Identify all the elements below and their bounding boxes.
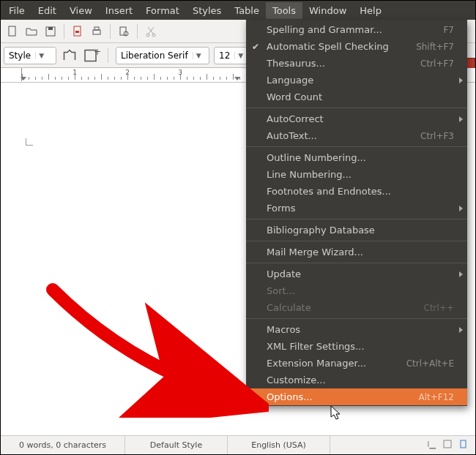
menu-item-label: Mail Merge Wizard... — [267, 247, 454, 257]
menubar-item-window[interactable]: Window — [302, 2, 353, 19]
menubar-item-help[interactable]: Help — [353, 2, 388, 19]
menu-item-label: Word Count — [267, 91, 454, 102]
menu-item-calculate: CalculateCtrl++ — [246, 299, 467, 316]
submenu-arrow-icon — [459, 327, 463, 333]
menu-item-line-numbering[interactable]: Line Numbering... — [246, 166, 467, 183]
menu-separator — [246, 263, 467, 263]
menu-item-automatic-spell-checking[interactable]: ✔Automatic Spell CheckingShift+F7 — [246, 38, 467, 55]
svg-rect-13 — [444, 440, 451, 448]
menu-item-label: Line Numbering... — [267, 169, 454, 180]
submenu-arrow-icon — [459, 271, 463, 277]
tools-menu-dropdown: Spelling and Grammar...F7✔Automatic Spel… — [246, 20, 467, 406]
menu-item-shortcut: Alt+F12 — [419, 392, 454, 402]
separator — [108, 48, 108, 63]
export-pdf-button[interactable] — [69, 23, 86, 40]
menu-item-thesaurus[interactable]: Thesaurus...Ctrl+F7 — [246, 55, 467, 72]
new-style-button[interactable]: + — [83, 47, 100, 64]
menu-separator — [246, 146, 467, 147]
menu-item-label: Thesaurus... — [267, 58, 413, 69]
language-status[interactable]: English (USA) — [228, 436, 330, 454]
open-button[interactable] — [23, 23, 40, 40]
menu-item-word-count[interactable]: Word Count — [246, 89, 467, 105]
menu-item-label: Extension Manager... — [267, 358, 399, 369]
menu-item-xml-filter-settings[interactable]: XML Filter Settings... — [246, 338, 467, 355]
menu-item-shortcut: Ctrl++ — [424, 303, 454, 313]
insert-mode-icon[interactable]: I▁ — [427, 440, 436, 451]
separator — [110, 24, 111, 39]
chevron-down-icon: ▼ — [193, 52, 204, 59]
separator — [64, 24, 64, 39]
page-style-status[interactable]: Default Style — [125, 436, 228, 454]
menu-item-macros[interactable]: Macros — [246, 321, 467, 338]
menu-item-shortcut: Ctrl+F7 — [420, 59, 454, 69]
menu-item-outline-numbering[interactable]: Outline Numbering... — [246, 149, 467, 166]
font-name-value: Liberation Serif — [116, 50, 193, 61]
menubar-item-edit[interactable]: Edit — [31, 2, 63, 19]
menu-item-customize[interactable]: Customize... — [246, 372, 467, 388]
font-size-combo[interactable]: 12 ▼ — [214, 47, 248, 64]
menubar-item-file[interactable]: File — [2, 2, 31, 19]
submenu-arrow-icon — [459, 116, 463, 122]
word-count-status[interactable]: 0 words, 0 characters — [1, 436, 125, 454]
menu-item-footnotes-and-endnotes[interactable]: Footnotes and Endnotes... — [246, 183, 467, 200]
menu-item-shortcut: Shift+F7 — [416, 42, 454, 52]
menu-item-update[interactable]: Update — [246, 266, 467, 282]
menu-item-label: Options... — [267, 391, 412, 402]
menu-item-label: Sort... — [267, 285, 454, 296]
menubar-item-format[interactable]: Format — [139, 2, 186, 19]
check-icon: ✔ — [252, 42, 259, 52]
status-bar: 0 words, 0 characters Default Style Engl… — [1, 435, 475, 454]
separator — [137, 24, 138, 39]
paragraph-style-combo[interactable]: Style ▼ — [4, 47, 56, 64]
menu-separator — [246, 219, 467, 219]
menu-item-label: AutoCorrect — [267, 113, 454, 124]
menu-item-options[interactable]: Options...Alt+F12 — [246, 388, 467, 405]
menu-item-spelling-and-grammar[interactable]: Spelling and Grammar...F7 — [246, 21, 467, 38]
save-button[interactable] — [42, 23, 59, 40]
menu-item-autocorrect[interactable]: AutoCorrect — [246, 110, 467, 127]
menu-item-forms[interactable]: Forms — [246, 200, 467, 217]
menu-separator — [246, 318, 467, 319]
menu-item-shortcut: Ctrl+F3 — [420, 131, 454, 141]
print-preview-button[interactable] — [115, 23, 133, 40]
paragraph-style-value: Style — [4, 50, 35, 61]
menu-item-bibliography-database[interactable]: Bibliography Database — [246, 222, 467, 238]
svg-rect-7 — [120, 27, 126, 35]
menu-item-label: Customize... — [267, 375, 454, 386]
menubar-item-view[interactable]: View — [63, 2, 99, 19]
update-style-button[interactable] — [61, 47, 78, 64]
menubar-item-table[interactable]: Table — [228, 2, 266, 19]
save-status-icon[interactable] — [443, 440, 452, 451]
print-button[interactable] — [88, 23, 105, 40]
menu-item-label: Bibliography Database — [267, 225, 454, 236]
signature-status-icon[interactable] — [459, 440, 468, 451]
font-name-combo[interactable]: Liberation Serif ▼ — [116, 47, 209, 64]
menu-item-label: Outline Numbering... — [267, 152, 454, 163]
menu-item-autotext[interactable]: AutoText...Ctrl+F3 — [246, 127, 467, 144]
chevron-down-icon: ▼ — [234, 52, 246, 59]
menu-item-mail-merge-wizard[interactable]: Mail Merge Wizard... — [246, 244, 467, 260]
menu-separator — [246, 108, 467, 108]
menu-item-sort: Sort... — [246, 282, 467, 299]
svg-rect-14 — [461, 440, 466, 448]
svg-rect-6 — [94, 27, 99, 30]
menubar-item-styles[interactable]: Styles — [186, 2, 228, 19]
page-margin-marker — [26, 138, 33, 146]
menu-item-extension-manager[interactable]: Extension Manager...Ctrl+Alt+E — [246, 355, 467, 372]
menu-item-label: Language — [267, 75, 454, 86]
menu-item-label: XML Filter Settings... — [267, 341, 454, 352]
menubar-item-insert[interactable]: Insert — [99, 2, 139, 19]
menu-separator — [246, 241, 467, 241]
menu-item-label: Macros — [267, 324, 454, 335]
new-doc-button[interactable] — [4, 23, 21, 40]
menu-item-label: Automatic Spell Checking — [267, 41, 409, 52]
menubar-item-tools[interactable]: Tools — [266, 2, 302, 19]
menu-item-label: AutoText... — [267, 130, 413, 141]
cut-button[interactable] — [142, 23, 160, 40]
svg-rect-0 — [9, 26, 15, 36]
menu-item-label: Forms — [267, 203, 454, 214]
menu-item-label: Update — [267, 268, 454, 279]
svg-rect-4 — [75, 31, 79, 33]
menu-item-language[interactable]: Language — [246, 72, 467, 89]
chevron-down-icon: ▼ — [35, 52, 47, 59]
